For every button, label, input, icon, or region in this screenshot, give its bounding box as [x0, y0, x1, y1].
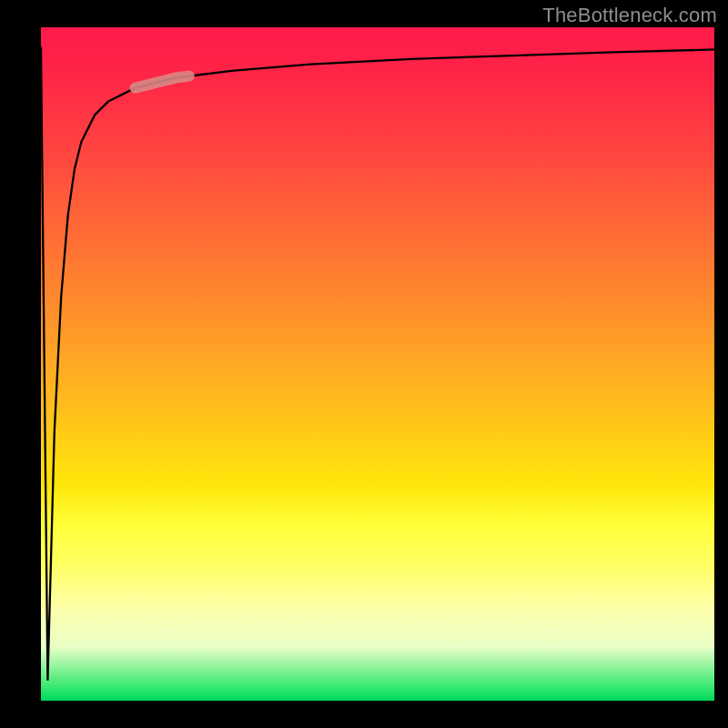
- plot-area: [41, 27, 714, 701]
- chart-frame: TheBottleneck.com: [0, 0, 728, 728]
- highlight-path: [136, 76, 189, 88]
- curve-path: [41, 47, 714, 681]
- curve-svg: [41, 27, 714, 701]
- watermark-text: TheBottleneck.com: [542, 4, 717, 27]
